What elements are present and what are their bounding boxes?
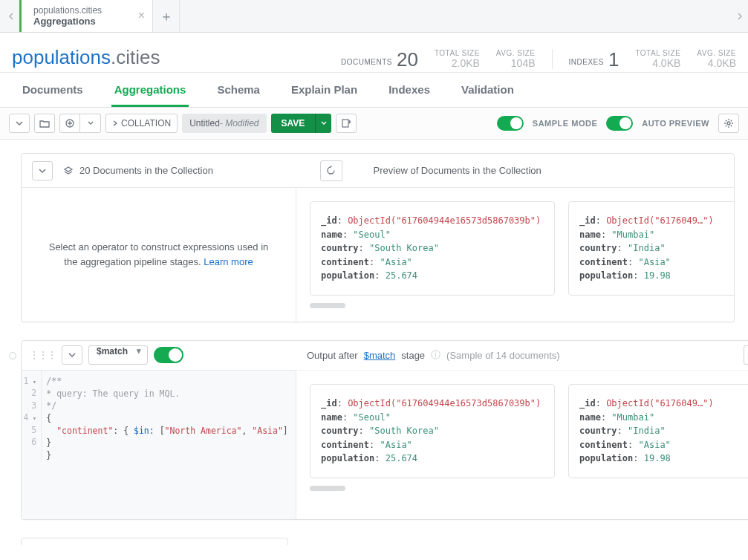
aggregation-toolbar: COLLATION Untitled - Modified SAVE SAMPL…	[0, 108, 748, 140]
collation-button[interactable]: COLLATION	[105, 114, 178, 133]
add-stage-card: ADD STAGE	[21, 538, 288, 545]
namespace-header: populations.cities DOCUMENTS 20 TOTAL SI…	[0, 33, 748, 73]
layers-icon	[63, 166, 74, 176]
export-button[interactable]	[336, 114, 357, 133]
output-label-post: stage	[401, 350, 425, 361]
editor-code[interactable]: /** * query: The query in MQL. */ { "con…	[42, 371, 296, 462]
tab-scroll-left[interactable]	[3, 0, 19, 32]
horizontal-scrollbar[interactable]	[310, 486, 345, 491]
stat-indexes-value: 1	[608, 50, 619, 69]
save-button[interactable]: SAVE	[271, 114, 316, 133]
expand-button[interactable]	[9, 114, 30, 133]
stat-avgsize-label: AVG. SIZE	[496, 49, 536, 57]
learn-more-link[interactable]: Learn more	[204, 256, 253, 267]
collapse-stage-button[interactable]	[62, 345, 82, 365]
tab-indexes[interactable]: Indexes	[386, 73, 433, 107]
namespace-title: populations.cities	[12, 46, 160, 69]
workspace-tab[interactable]: populations.cities Aggregations ×	[19, 0, 153, 32]
stat-avgsize-value: 104B	[511, 57, 536, 69]
stat-totalsize-value: 2.0KB	[452, 57, 480, 69]
sample-mode-label: SAMPLE MODE	[533, 119, 597, 128]
tab-scroll-right[interactable]	[732, 0, 748, 32]
save-split-button: SAVE	[271, 114, 332, 133]
document-card: _id: ObjectId("617604944e16573d5867039b"…	[310, 201, 555, 296]
stat-docs-value: 20	[397, 50, 418, 69]
stat-indexes-label: INDEXES	[569, 58, 604, 66]
info-icon[interactable]: ⓘ	[431, 348, 440, 362]
stat-idx-totalsize-label: TOTAL SIZE	[635, 49, 680, 57]
source-doc-count: 20 Documents in the Collection	[79, 165, 213, 176]
auto-preview-label: AUTO PREVIEW	[642, 119, 709, 128]
drag-handle-icon[interactable]: ⋮⋮⋮	[29, 349, 56, 361]
namespace-stats: DOCUMENTS 20 TOTAL SIZE 2.0KB AVG. SIZE …	[341, 49, 736, 69]
pipeline-name: Untitled	[189, 118, 220, 128]
collation-label: COLLATION	[121, 118, 171, 128]
tab-schema[interactable]: Schema	[214, 73, 263, 107]
tab-documents[interactable]: Documents	[19, 73, 86, 107]
settings-button[interactable]	[718, 114, 739, 133]
tab-validation[interactable]: Validation	[458, 73, 517, 107]
document-card: _id: ObjectId("617604944e16573d5867039b"…	[310, 384, 555, 478]
stage-editor[interactable]: 123456 /** * query: The query in MQL. */…	[22, 371, 296, 519]
output-stage-link[interactable]: $match	[364, 350, 396, 361]
output-label-pre: Output after	[307, 350, 358, 361]
editor-gutter: 123456	[22, 371, 42, 462]
stat-idx-avgsize-value: 4.0KB	[708, 57, 736, 69]
stage-enabled-toggle[interactable]	[154, 347, 183, 363]
new-tab-button[interactable]: ＋	[153, 0, 180, 32]
open-folder-button[interactable]	[34, 114, 55, 133]
collection-nav-tabs: Documents Aggregations Schema Explain Pl…	[0, 73, 748, 108]
new-pipeline-caret[interactable]	[80, 114, 101, 133]
operator-placeholder: Select an operator to construct expressi…	[22, 188, 296, 322]
stage-drag-anchor[interactable]	[9, 352, 16, 359]
pipeline-builder: 20 Documents in the Collection Preview o…	[0, 140, 748, 545]
pipeline-modified: - Modified	[220, 118, 259, 128]
sample-note: (Sample of 14 documents)	[446, 350, 559, 361]
new-pipeline-button[interactable]	[59, 114, 80, 133]
new-pipeline-split	[59, 114, 101, 133]
horizontal-scrollbar[interactable]	[310, 303, 345, 308]
save-caret[interactable]	[315, 114, 331, 133]
source-preview-pane: _id: ObjectId("617604944e16573d5867039b"…	[296, 188, 734, 322]
tab-subtitle: populations.cities	[33, 5, 140, 16]
svg-rect-1	[342, 120, 348, 127]
namespace-coll: .cities	[111, 46, 160, 68]
stage-output-pane: Output after $match stage ⓘ (Sample of 1…	[296, 371, 748, 519]
operator-select[interactable]: $match	[88, 345, 148, 365]
tab-title: Aggregations	[33, 16, 140, 27]
tab-strip: populations.cities Aggregations × ＋	[0, 0, 748, 33]
pipeline-stage: ⋮⋮⋮ $match ＋	[21, 340, 748, 520]
auto-preview-toggle[interactable]	[606, 116, 633, 131]
collapse-source-button[interactable]	[32, 161, 53, 180]
tab-aggregations[interactable]: Aggregations	[111, 73, 189, 107]
stat-docs-label: DOCUMENTS	[341, 58, 392, 66]
refresh-button[interactable]	[320, 160, 342, 181]
stat-totalsize-label: TOTAL SIZE	[435, 49, 480, 57]
document-card: _id: ObjectId("6176049…") name: "Mumbai"…	[568, 384, 748, 478]
document-card: _id: ObjectId("6176049…") name: "Mumbai"…	[568, 201, 734, 296]
namespace-db: populations	[12, 46, 111, 68]
preview-title: Preview of Documents in the Collection	[374, 165, 542, 176]
pipeline-name-chip: Untitled - Modified	[182, 114, 266, 133]
close-icon[interactable]: ×	[138, 9, 145, 22]
stat-idx-totalsize-value: 4.0KB	[652, 57, 680, 69]
stat-idx-avgsize-label: AVG. SIZE	[697, 49, 736, 57]
sample-mode-toggle[interactable]	[497, 116, 524, 131]
svg-point-2	[727, 122, 730, 125]
tab-explain[interactable]: Explain Plan	[288, 73, 360, 107]
source-documents-card: 20 Documents in the Collection Preview o…	[21, 153, 735, 322]
